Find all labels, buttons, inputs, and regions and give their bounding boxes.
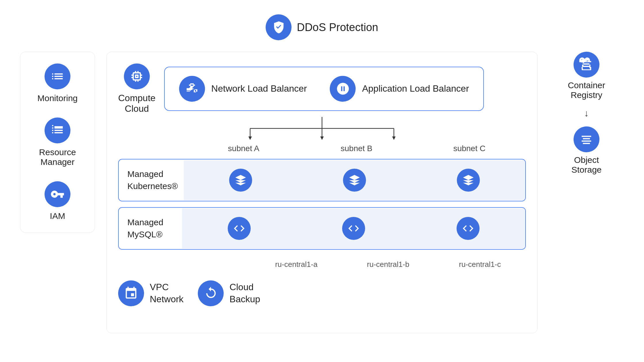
ddos-shield-svg xyxy=(272,20,286,34)
compute-cloud-icon xyxy=(124,63,150,89)
app-lb-item: Application Load Balancer xyxy=(330,76,469,102)
network-lb-label: Network Load Balancer xyxy=(211,83,307,95)
mysql-icon-a xyxy=(228,217,251,240)
sidebar-item-iam: IAM xyxy=(45,181,70,221)
vpc-svg xyxy=(124,286,138,301)
sidebar-item-resource-manager: ResourceManager xyxy=(39,118,76,167)
resource-manager-label: ResourceManager xyxy=(39,147,76,167)
app-lb-svg xyxy=(336,82,350,96)
container-registry-svg xyxy=(579,57,594,72)
backup-label: CloudBackup xyxy=(229,281,260,305)
kubernetes-cell-c xyxy=(411,160,525,200)
mysql-svg-a xyxy=(233,222,246,235)
object-storage-label: ObjectStorage xyxy=(571,155,601,175)
vpc-icon xyxy=(118,280,144,306)
kubernetes-icon-b xyxy=(343,169,366,192)
ddos-label: DDoS Protection xyxy=(297,21,378,34)
kubernetes-cell-b xyxy=(298,160,411,200)
iam-svg xyxy=(50,187,65,201)
container-registry-icon xyxy=(574,52,599,78)
kubernetes-row-wrapper: ManagedKubernetes® xyxy=(118,159,526,201)
diagram-area: ComputeCloud Network Load Balancer xyxy=(106,52,538,333)
mysql-svg-b xyxy=(347,222,360,235)
kubernetes-svg-c xyxy=(462,174,475,186)
main-container: DDoS Protection Monitoring xyxy=(20,14,624,348)
iam-label: IAM xyxy=(50,211,65,221)
svg-marker-7 xyxy=(392,136,396,140)
container-registry-item: ContainerRegistry xyxy=(568,52,605,100)
iam-icon xyxy=(45,181,70,207)
compute-cloud-item: ComputeCloud xyxy=(118,63,156,114)
subnet-a-header: subnet A xyxy=(187,140,300,159)
mysql-cells xyxy=(182,208,525,249)
resource-manager-icon xyxy=(45,118,70,143)
monitoring-icon xyxy=(45,63,70,89)
network-lb-item: Network Load Balancer xyxy=(179,76,307,102)
monitoring-label: Monitoring xyxy=(37,93,78,103)
backup-svg xyxy=(204,286,218,301)
mysql-icon-c xyxy=(457,217,480,240)
sidebar-item-monitoring: Monitoring xyxy=(37,63,78,103)
app-lb-label: Application Load Balancer xyxy=(362,83,469,95)
mysql-row: ManagedMySQL® xyxy=(119,208,525,249)
right-col: ContainerRegistry ↓ ObjectStorage xyxy=(549,52,624,175)
vpc-item: VPCNetwork xyxy=(118,280,183,306)
network-lb-svg xyxy=(185,82,199,96)
mysql-label: ManagedMySQL® xyxy=(119,208,182,249)
app-lb-icon xyxy=(330,76,356,102)
mysql-cell-c xyxy=(411,208,525,249)
registry-to-storage-arrow: ↓ xyxy=(584,109,589,118)
grid-section: subnet A subnet B subnet C xyxy=(118,140,526,159)
subnet-headers: subnet A subnet B subnet C xyxy=(187,140,526,159)
compute-cloud-label: ComputeCloud xyxy=(118,93,156,114)
mysql-svg-c xyxy=(462,222,474,235)
mysql-row-wrapper: ManagedMySQL® xyxy=(118,207,526,250)
zone-c-label: ru-central1-c xyxy=(434,255,526,269)
zone-a-label: ru-central1-a xyxy=(250,255,342,269)
object-storage-item: ObjectStorage xyxy=(571,126,601,175)
ddos-icon xyxy=(266,14,292,40)
compute-lb-row: ComputeCloud Network Load Balancer xyxy=(118,63,526,114)
lb-box: Network Load Balancer Application Load B… xyxy=(164,67,484,111)
vpc-label: VPCNetwork xyxy=(150,281,183,305)
object-storage-icon xyxy=(574,126,599,152)
ddos-row: DDoS Protection xyxy=(266,14,378,40)
mysql-cell-a xyxy=(182,208,296,249)
kubernetes-cell-a xyxy=(184,160,298,200)
kubernetes-icon-a xyxy=(229,169,252,192)
kubernetes-svg-b xyxy=(348,174,361,186)
monitoring-svg xyxy=(50,69,65,84)
content-row: Monitoring ResourceManager IAM xyxy=(20,52,624,333)
resource-manager-svg xyxy=(50,123,65,138)
zone-b-label: ru-central1-b xyxy=(342,255,434,269)
compute-cloud-svg xyxy=(130,69,144,84)
mysql-cell-b xyxy=(296,208,411,249)
kubernetes-row: ManagedKubernetes® xyxy=(119,159,525,201)
network-lb-icon xyxy=(179,76,205,102)
subnet-b-header: subnet B xyxy=(300,140,413,159)
bottom-row: VPCNetwork CloudBackup xyxy=(118,280,526,306)
kubernetes-cells xyxy=(184,160,525,200)
svg-marker-5 xyxy=(320,136,324,140)
connectors xyxy=(118,117,526,140)
object-storage-svg xyxy=(579,132,594,147)
backup-icon xyxy=(198,280,224,306)
kubernetes-svg-a xyxy=(234,174,247,186)
backup-item: CloudBackup xyxy=(198,280,260,306)
zone-labels: ru-central1-a ru-central1-b ru-central1-… xyxy=(118,255,526,269)
kubernetes-icon-c xyxy=(457,169,480,192)
svg-marker-3 xyxy=(248,136,252,140)
kubernetes-label: ManagedKubernetes® xyxy=(119,159,184,201)
subnet-c-header: subnet C xyxy=(413,140,526,159)
zone-label-spacer xyxy=(181,255,250,269)
connector-svg xyxy=(193,117,451,140)
container-registry-label: ContainerRegistry xyxy=(568,80,605,100)
sidebar: Monitoring ResourceManager IAM xyxy=(20,52,95,233)
mysql-icon-b xyxy=(342,217,365,240)
